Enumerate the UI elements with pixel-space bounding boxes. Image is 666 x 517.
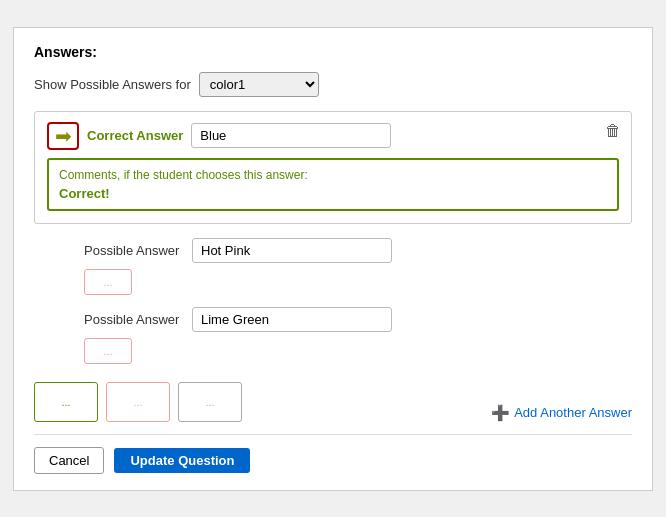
correct-answer-block: ➡ Correct Answer 🗑 Comments, if the stud… — [34, 111, 632, 224]
cancel-button[interactable]: Cancel — [34, 447, 104, 474]
possible-answer-row-1: Possible Answer — [34, 238, 632, 263]
bottom-box-gray[interactable]: ... — [178, 382, 242, 422]
footer-row: Cancel Update Question — [34, 447, 632, 474]
possible-answer-input-1[interactable] — [192, 238, 392, 263]
add-another-answer-button[interactable]: ➕ Add Another Answer — [491, 404, 632, 422]
small-comment-box-1[interactable]: ... — [84, 269, 132, 295]
main-card: Answers: Show Possible Answers for color… — [13, 27, 653, 491]
possible-answer-label-1: Possible Answer — [84, 243, 184, 258]
divider — [34, 434, 632, 435]
possible-answer-row-2: Possible Answer — [34, 307, 632, 332]
correct-answer-label: Correct Answer — [87, 128, 183, 143]
correct-answer-input[interactable] — [191, 123, 391, 148]
possible-answer-input-2[interactable] — [192, 307, 392, 332]
section-title: Answers: — [34, 44, 632, 60]
plus-circle-icon: ➕ — [491, 404, 510, 422]
update-question-button[interactable]: Update Question — [114, 448, 250, 473]
small-comment-box-2[interactable]: ... — [84, 338, 132, 364]
bottom-box-green[interactable]: ... — [34, 382, 98, 422]
correct-answer-header: ➡ Correct Answer — [47, 122, 619, 150]
comments-value: Correct! — [59, 186, 607, 201]
bottom-box-pink[interactable]: ... — [106, 382, 170, 422]
possible-answer-label-2: Possible Answer — [84, 312, 184, 327]
delete-icon[interactable]: 🗑 — [605, 122, 621, 140]
show-possible-select[interactable]: color1 — [199, 72, 319, 97]
comments-box: Comments, if the student chooses this an… — [47, 158, 619, 211]
bottom-boxes-row: ... ... ... — [34, 382, 242, 422]
add-answer-row: ➕ Add Another Answer — [491, 404, 632, 422]
show-possible-row: Show Possible Answers for color1 — [34, 72, 632, 97]
correct-arrow-box: ➡ — [47, 122, 79, 150]
show-possible-label: Show Possible Answers for — [34, 77, 191, 92]
arrow-icon: ➡ — [55, 126, 72, 146]
comments-label: Comments, if the student chooses this an… — [59, 168, 607, 182]
